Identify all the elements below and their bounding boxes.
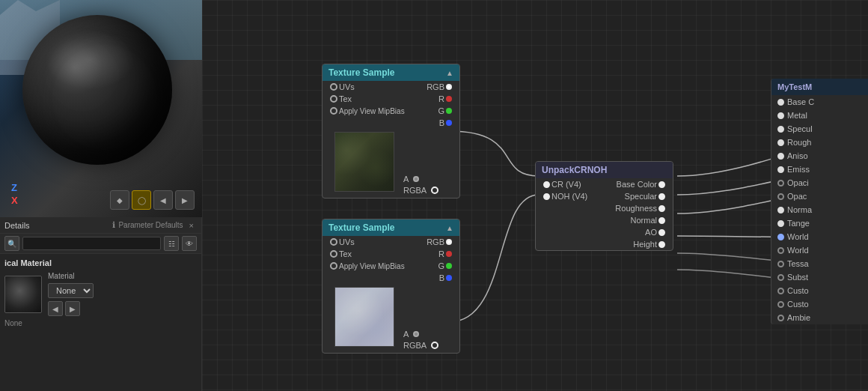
mat-specul-pin[interactable] [777, 126, 784, 133]
ts2-r-pin[interactable] [446, 251, 452, 257]
texture-sample-node-2: Texture Sample ▲ UVs RGB Tex R Apply Vie… [322, 219, 460, 354]
ts2-b-row: B [323, 272, 459, 284]
unpack-ao-pin[interactable] [658, 229, 665, 236]
mat-tessa-row: Tessa [771, 257, 868, 270]
left-panel: Z X ◆ ◯ ◀ ▶ Details ℹ Parameter Defaults… [0, 0, 202, 391]
node-canvas: Texture Sample ▲ UVs RGB Tex R Apply Vie… [202, 0, 868, 391]
details-header: Details ℹ Parameter Defaults × [0, 217, 201, 234]
ts2-mipbias-input-pin[interactable] [330, 262, 337, 270]
ts2-a-row: A [403, 330, 440, 339]
unpack-height-label: Height [633, 240, 657, 249]
ts1-uvs-label: UVs [339, 82, 427, 91]
ts1-right-pins: A RGBA [403, 129, 440, 195]
unpack-noh-label: NOH (V4) [551, 192, 625, 201]
details-info-icon: ℹ [112, 220, 115, 230]
details-title: Details [4, 221, 109, 230]
mat-rough-pin[interactable] [777, 139, 784, 146]
toolbar-btn-4[interactable]: ▶ [175, 190, 195, 210]
unpack-cr-input-pin[interactable] [543, 181, 550, 188]
texture-sample-2-title: Texture Sample [328, 222, 394, 233]
details-body: ical Material Material None ◀ ▶ Non [0, 254, 201, 332]
mat-ambie-pin[interactable] [777, 315, 784, 321]
axis-x-label: X [11, 195, 18, 206]
ts1-rgba-row: RGBA [403, 186, 440, 195]
ts1-rgba-pin[interactable] [431, 187, 438, 194]
ts1-tex-input-pin[interactable] [330, 95, 337, 103]
unpack-title: UnpackCRNOH [542, 165, 607, 175]
ts2-g-label: G [438, 261, 444, 270]
ts2-rgb-label: RGB [427, 237, 444, 246]
ts1-mipbias-row: Apply View MipBias G [323, 105, 459, 117]
details-search-bar: 🔍 ☷ 👁 [0, 234, 201, 254]
ts2-thumbnail [334, 287, 394, 347]
unpack-noh-row: NOH (V4) Specular [536, 190, 673, 202]
toolbar-btn-2[interactable]: ◯ [132, 190, 151, 210]
ts2-rgb-pin[interactable] [446, 239, 452, 245]
unpack-specular-pin[interactable] [658, 193, 665, 200]
unpack-roughness-pin[interactable] [658, 205, 665, 212]
ts2-tex-input-pin[interactable] [330, 250, 337, 258]
mat-opac-pin[interactable] [777, 193, 784, 200]
mat-custo2-pin[interactable] [777, 301, 784, 308]
ts1-a-pin[interactable] [413, 176, 419, 182]
mat-back-btn[interactable]: ◀ [48, 301, 63, 316]
mat-tange-label: Tange [787, 219, 810, 228]
mat-emiss-pin[interactable] [777, 166, 784, 173]
material-dropdown[interactable]: None [48, 283, 94, 298]
toolbar-btn-1[interactable]: ◆ [110, 190, 129, 210]
ts1-b-pin[interactable] [446, 120, 452, 126]
details-search-input[interactable] [22, 237, 161, 250]
ts2-a-pin[interactable] [413, 331, 419, 337]
ts1-mipbias-input-pin[interactable] [330, 107, 337, 115]
mat-norma-pin[interactable] [777, 207, 784, 213]
mat-tange-pin[interactable] [777, 220, 784, 227]
ts1-thumbnail [334, 132, 394, 192]
ts1-mipbias-label: Apply View MipBias [339, 107, 438, 115]
texture-sample-1-title: Texture Sample [328, 67, 394, 78]
toolbar-btn-3[interactable]: ◀ [153, 190, 173, 210]
unpack-noh-input-pin[interactable] [543, 193, 550, 200]
mat-ambie-row: Ambie [771, 311, 868, 324]
mat-emiss-label: Emiss [787, 165, 810, 174]
mat-subst-pin[interactable] [777, 274, 784, 281]
texture-sample-2-collapse[interactable]: ▲ [446, 224, 453, 232]
mat-custo2-label: Custo [787, 300, 809, 309]
mat-world-hollow-label: World [787, 246, 809, 255]
ts1-r-pin[interactable] [446, 96, 452, 102]
ts1-g-pin[interactable] [446, 108, 452, 114]
mat-world-filled-pin[interactable] [777, 234, 784, 240]
mat-metal-pin[interactable] [777, 112, 784, 119]
unpack-normal-pin[interactable] [658, 217, 665, 224]
material-thumbnail [4, 276, 42, 313]
ts2-uvs-input-pin[interactable] [330, 238, 337, 246]
ts1-uvs-input-pin[interactable] [330, 83, 337, 91]
ts1-b-row: B [323, 117, 459, 129]
ts2-uvs-label: UVs [339, 237, 427, 246]
ts1-r-label: R [438, 94, 444, 103]
mat-norma-label: Norma [787, 205, 812, 214]
mat-opaci-pin[interactable] [777, 180, 784, 187]
mat-custo1-pin[interactable] [777, 288, 784, 294]
mat-basecolor-pin[interactable] [777, 99, 784, 106]
ts1-rgb-pin[interactable] [446, 84, 452, 90]
eye-btn[interactable]: 👁 [182, 236, 197, 251]
search-icon[interactable]: 🔍 [4, 236, 19, 251]
unpack-cr-row: CR (V4) Base Color [536, 178, 673, 190]
viewport-toolbar: ◆ ◯ ◀ ▶ [110, 190, 195, 210]
details-close-btn[interactable]: × [186, 221, 197, 230]
mat-tange-row: Tange [771, 216, 868, 230]
mat-basecolor-label: Base C [787, 97, 814, 106]
unpack-height-pin[interactable] [658, 241, 665, 248]
ts2-rgba-pin[interactable] [431, 342, 438, 349]
mat-forward-btn[interactable]: ▶ [65, 301, 80, 316]
texture-sample-1-header: Texture Sample ▲ [323, 64, 459, 81]
grid-view-btn[interactable]: ☷ [164, 236, 179, 251]
unpack-basecolor-pin[interactable] [658, 181, 665, 188]
ts2-b-pin[interactable] [446, 275, 452, 281]
mat-world-hollow-pin[interactable] [777, 247, 784, 254]
ts1-tex-row: Tex R [323, 93, 459, 105]
texture-sample-1-collapse[interactable]: ▲ [446, 69, 453, 77]
mat-tessa-pin[interactable] [777, 261, 784, 267]
mat-aniso-pin[interactable] [777, 153, 784, 160]
ts2-g-pin[interactable] [446, 263, 452, 269]
